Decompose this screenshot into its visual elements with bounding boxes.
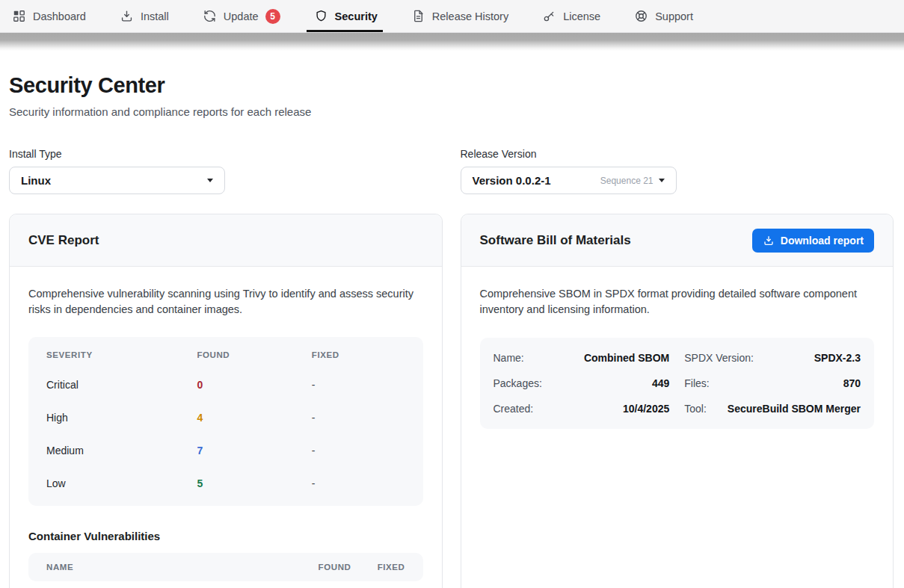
fixed-column-header: FIXED: [312, 350, 405, 359]
found-count: 4: [197, 412, 311, 424]
sbom-info-label: SPDX Version:: [684, 352, 754, 364]
found-column-header: FOUND: [305, 563, 351, 572]
severity-row: Medium7-: [28, 434, 423, 467]
refresh-icon: [203, 9, 217, 23]
sequence-label: Sequence 21: [600, 176, 654, 186]
sbom-description: Comprehensive SBOM in SPDX format provid…: [480, 286, 875, 318]
severity-column-header: SEVERITY: [46, 350, 197, 359]
severity-row: Low5-: [28, 467, 423, 500]
tab-label: Dashboard: [33, 10, 86, 22]
chevron-down-icon: [659, 179, 665, 182]
tab-label: Release History: [432, 10, 508, 22]
tab-install[interactable]: Install: [120, 0, 169, 32]
sbom-info-value: 10/4/2025: [623, 403, 669, 415]
sbom-info-item: Name:Combined SBOM: [492, 345, 671, 371]
found-column-header: FOUND: [197, 350, 311, 359]
release-version-select[interactable]: Version 0.0.2-1 Sequence 21: [461, 167, 677, 194]
tab-label: Support: [655, 10, 693, 22]
found-count: 7: [197, 445, 311, 457]
sbom-info-value: 449: [652, 377, 669, 389]
install-type-filter: Install Type Linux: [9, 148, 443, 194]
severity-label: High: [46, 412, 197, 424]
found-count: 5: [197, 477, 311, 489]
sbom-info-item: Files:870: [683, 371, 862, 396]
cards-row: CVE Report Comprehensive vulnerability s…: [9, 214, 894, 588]
sbom-info-value: 870: [843, 377, 861, 389]
name-column-header: NAME: [46, 563, 305, 572]
sbom-info-label: Name:: [493, 352, 524, 364]
sbom-info-grid: Name:Combined SBOMSPDX Version:SPDX-2.3P…: [480, 338, 875, 429]
filters-row: Install Type Linux Release Version Versi…: [9, 148, 894, 194]
fixed-value: -: [312, 445, 405, 457]
download-icon: [120, 9, 134, 23]
install-type-value: Linux: [21, 174, 51, 187]
container-vulnerabilities-title: Container Vulnerabilities: [28, 530, 423, 542]
severity-rows: Critical0-High4-Medium7-Low5-: [28, 368, 423, 500]
severity-label: Low: [46, 477, 197, 489]
tab-label: Update: [224, 10, 259, 22]
severity-table-header: SEVERITY FOUND FIXED: [28, 341, 423, 368]
cve-description: Comprehensive vulnerability scanning usi…: [28, 286, 423, 318]
sbom-info-item: Packages:449: [492, 371, 671, 396]
tab-dashboard[interactable]: Dashboard: [12, 0, 86, 32]
release-version-label: Release Version: [461, 148, 894, 160]
nav-shadow-divider: [0, 33, 904, 51]
tab-security[interactable]: Security: [314, 0, 378, 32]
sbom-info-value: SecureBuild SBOM Merger: [728, 403, 861, 415]
download-report-label: Download report: [781, 235, 864, 247]
update-count-badge: 5: [265, 9, 280, 24]
fixed-value: -: [312, 379, 405, 391]
sbom-card: Software Bill of Materials Download repo…: [461, 214, 894, 588]
chevron-down-icon: [207, 179, 213, 182]
tab-label: License: [563, 10, 600, 22]
tab-label: Security: [335, 10, 378, 22]
download-report-button[interactable]: Download report: [752, 229, 874, 253]
sbom-card-body: Comprehensive SBOM in SPDX format provid…: [461, 267, 894, 448]
page-content: Security Center Security information and…: [0, 51, 904, 588]
sbom-info-item: Tool:SecureBuild SBOM Merger: [683, 396, 862, 421]
key-icon: [542, 9, 556, 23]
cve-card-body: Comprehensive vulnerability scanning usi…: [10, 267, 442, 588]
fixed-value: -: [312, 477, 405, 489]
sbom-info-value: SPDX-2.3: [814, 352, 861, 364]
sbom-info-value: Combined SBOM: [584, 352, 669, 364]
install-type-select[interactable]: Linux: [9, 167, 225, 194]
release-version-value: Version 0.0.2-1: [473, 174, 551, 187]
sbom-info-label: Created:: [493, 403, 534, 415]
cve-card-header: CVE Report: [10, 214, 442, 267]
sbom-info-label: Files:: [684, 377, 709, 389]
container-table-header: NAME FOUND FIXED: [28, 553, 423, 581]
fixed-value: -: [312, 412, 405, 424]
sbom-info-item: SPDX Version:SPDX-2.3: [683, 345, 862, 371]
severity-label: Medium: [46, 445, 197, 457]
life-buoy-icon: [634, 9, 648, 23]
severity-table: SEVERITY FOUND FIXED Critical0-High4-Med…: [28, 337, 423, 506]
found-count: 0: [197, 379, 311, 391]
release-version-secondary-wrap: Sequence 21: [600, 176, 665, 186]
severity-row: Critical0-: [28, 368, 423, 401]
release-version-filter: Release Version Version 0.0.2-1 Sequence…: [461, 148, 894, 194]
sbom-info-label: Packages:: [493, 377, 542, 389]
dashboard-grid-icon: [12, 9, 26, 23]
severity-row: High4-: [28, 401, 423, 434]
tab-support[interactable]: Support: [634, 0, 693, 32]
page-title: Security Center: [9, 73, 894, 98]
document-icon: [411, 9, 425, 23]
sbom-info-item: Created:10/4/2025: [492, 396, 671, 421]
tab-release-history[interactable]: Release History: [411, 0, 508, 32]
top-navigation: DashboardInstallUpdate5SecurityRelease H…: [0, 0, 904, 33]
page-subtitle: Security information and compliance repo…: [9, 105, 894, 118]
install-type-label: Install Type: [9, 148, 443, 160]
download-icon: [763, 235, 775, 247]
cve-card-title: CVE Report: [28, 233, 99, 248]
severity-label: Critical: [46, 379, 197, 391]
tab-label: Install: [141, 10, 169, 22]
fixed-column-header: FIXED: [351, 563, 405, 572]
tab-license[interactable]: License: [542, 0, 600, 32]
sbom-card-header: Software Bill of Materials Download repo…: [461, 214, 894, 267]
sbom-card-title: Software Bill of Materials: [480, 233, 631, 248]
cve-report-card: CVE Report Comprehensive vulnerability s…: [9, 214, 443, 588]
sbom-info-label: Tool:: [684, 403, 707, 415]
shield-icon: [314, 9, 328, 23]
tab-update[interactable]: Update5: [203, 0, 280, 32]
